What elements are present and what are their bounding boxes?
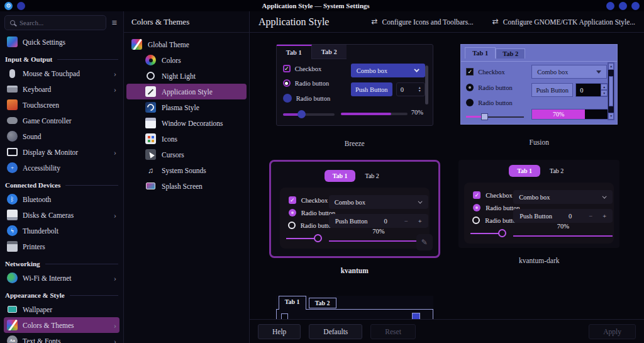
preview-tab-1: Tab 1 [465,47,496,59]
mouse-icon [7,68,18,79]
theme-nav-item-global-theme[interactable]: Global Theme [126,37,247,52]
sidebar-item-label: Thunderbolt [23,227,58,235]
system-settings-gear-icon: ⚙ [4,2,13,10]
preview-card-kvantum[interactable]: Tab 1 Tab 2 Checkbox Radio button Radio … [274,165,435,253]
configure-icons-toolbars-button[interactable]: Configure Icons and Toolbars... [371,17,473,26]
preview-tab-1: Tab 1 [325,170,356,182]
apply-button[interactable]: Apply [589,324,636,339]
footer-bar: Help Defaults Reset Apply [250,319,644,343]
preview-card-windows[interactable]: Tab 1 Tab 2 [276,296,433,319]
accessibility-icon [7,162,18,173]
help-button[interactable]: Help [258,324,301,339]
configure-gnome-gtk-button[interactable]: Configure GNOME/GTK Application Style... [492,17,635,26]
sidebar-item-disks-cameras[interactable]: Disks & Cameras [4,207,119,223]
sidebar-item-wi-fi-internet[interactable]: Wi-Fi & Internet [4,270,119,286]
close-button[interactable] [631,2,640,10]
sidebar-item-thunderbolt[interactable]: Thunderbolt [4,223,119,239]
preview-cell-partial: Tab 1 Tab 2 [276,276,433,319]
preview-push-button: Push Button [531,83,573,97]
section-header-label: Input & Output [5,55,52,63]
preview-push-button: Push Button [351,82,392,96]
preview-tab-1: Tab 1 [277,45,312,59]
spin-arrows-icon: ▲▼ [601,84,608,96]
scrollbar: ▲▼ [608,62,614,120]
quick-settings-icon [7,37,18,47]
theme-nav-item-icons[interactable]: Icons [126,131,247,147]
sidebar-item-keyboard[interactable]: Keyboard [4,81,119,97]
theme-nav-item-splash-screen[interactable]: Splash Screen [126,178,247,194]
nav-item-label: Cursors [162,151,184,159]
disks-icon [7,210,18,220]
sidebar-item-sound[interactable]: Sound [4,128,119,144]
preview-tab-1: Tab 1 [279,296,306,310]
chevron-right-icon [114,337,116,343]
app-circle-icon [17,2,25,10]
selected-theme-frame[interactable]: Tab 1 Tab 2 Checkbox Radio button Radio … [269,160,440,258]
minus-icon: − [404,218,408,225]
theme-nav-item-cursors[interactable]: Cursors [126,147,247,162]
minimize-button[interactable] [606,2,614,10]
main-header: Application Style Configure Icons and To… [250,11,644,33]
theme-nav-item-night-light[interactable]: Night Light [126,68,247,84]
cursors-icon [145,149,156,160]
theme-nav-item-window-decorations[interactable]: Window Decorations [126,115,247,131]
dropdown-button-icon [412,313,420,319]
preview-combobox: Combo box [329,195,428,209]
theme-nav-item-plasma-style[interactable]: Plasma Style [126,99,247,115]
reset-button[interactable]: Reset [370,324,416,339]
plus-icon: + [602,213,606,220]
plasma-style-icon [145,102,156,113]
icons-icon [145,133,156,144]
preview-checkbox-row: Checkbox [466,68,505,76]
sidebar-item-accessibility[interactable]: Accessibility [4,160,119,176]
main-panel: Application Style Configure Icons and To… [250,11,644,343]
sidebar-item-text-fonts[interactable]: Text & Fonts [4,333,119,343]
defaults-button[interactable]: Defaults [309,324,362,339]
preview-card-fusion[interactable]: Tab 1 Tab 2 Checkbox Radio button Radio … [460,44,618,125]
maximize-button[interactable] [619,2,627,10]
section-header-label: Connected Devices [5,181,60,189]
sidebar-item-mouse-touchpad[interactable]: Mouse & Touchpad [4,65,119,81]
radio-unselected-icon [283,94,292,103]
preview-push-row: Push Button 0 − + [513,209,613,223]
sidebar-item-touchscreen[interactable]: Touchscreen [4,97,119,113]
chevron-right-icon [114,85,116,93]
chevron-down-icon [418,199,422,203]
hamburger-menu-icon[interactable]: ≡ [110,18,119,28]
chevron-right-icon [114,321,116,329]
search-input[interactable]: Search... [4,15,106,30]
system-sounds-icon [145,165,156,176]
sidebar-list: Quick SettingsInput & OutputMouse & Touc… [0,33,123,343]
preview-checkbox-row: Checkbox [473,191,513,199]
sidebar-item-game-controller[interactable]: Game Controller [4,113,119,128]
preview-slider [470,229,512,238]
sidebar-item-printers[interactable]: Printers [4,239,119,254]
preview-slider [283,110,335,118]
preview-tab-2: Tab 2 [544,165,569,177]
slider-handle [297,110,306,118]
preview-tabbar: Tab 1 Tab 2 [277,45,433,59]
colors-themes-list: Global ThemeColorsNight LightApplication… [124,33,249,343]
sidebar-item-display-monitor[interactable]: Display & Monitor [4,144,119,160]
sidebar-item-colors-themes[interactable]: Colors & Themes [4,317,119,333]
preview-radio-row: Radio button [283,94,331,103]
checkbox-icon [283,65,291,72]
preview-tabbar: Tab 1 Tab 2 [274,165,435,182]
sidebar-item-label: Printers [23,243,45,250]
theme-nav-item-application-style[interactable]: Application Style [126,84,247,99]
sidebar-item-wallpaper[interactable]: Wallpaper [4,301,119,317]
system-settings-window: ⚙ Application Style — System Settings Se… [0,0,644,343]
sidebar-item-bluetooth[interactable]: Bluetooth [4,191,119,207]
preview-card-breeze[interactable]: Tab 1 Tab 2 Checkbox Radio button Radio … [276,44,433,126]
preview-tabbar: Tab 1 Tab 2 [465,47,525,59]
sidebar-item-label: Display & Monitor [23,149,78,156]
theme-name-caption: kvantum [341,267,369,274]
theme-nav-item-colors[interactable]: Colors [126,52,247,68]
preview-card-kvantum[interactable]: Tab 1 Tab 2 Checkbox Radio button Radio … [458,160,619,248]
radio-selected-icon [466,84,474,91]
preview-panel: Checkbox Radio button Radio button Combo… [280,188,430,249]
edit-theme-button[interactable] [416,234,433,250]
sidebar-item-quick-settings[interactable]: Quick Settings [4,34,119,50]
theme-nav-item-system-sounds[interactable]: System Sounds [126,162,247,178]
colors-themes-icon [7,320,18,330]
